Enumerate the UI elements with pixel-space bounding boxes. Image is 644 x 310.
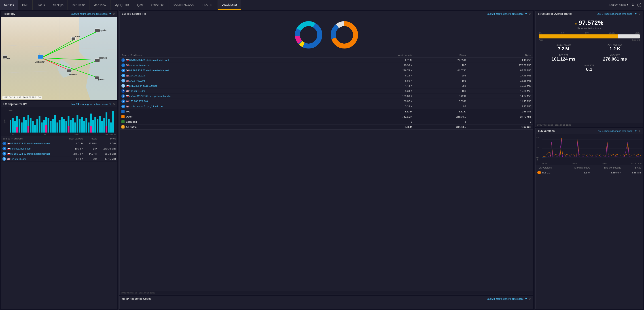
svg-rect-12 (38, 55, 43, 59)
center-col-flows: Flows (414, 53, 468, 58)
svg-rect-30 (14, 121, 16, 133)
svg-rect-62 (76, 115, 78, 133)
tls-dropdown[interactable]: ▼ (634, 130, 637, 132)
prog-label-0: 0% (539, 32, 542, 34)
col-source: Source IP address (1, 136, 63, 141)
structure-time[interactable]: Last 24 hours (generic time span) (596, 12, 633, 15)
table-row[interactable]: 4 🇺🇸 104.26.11.229 6.13 K 204 17.45 MiB (120, 73, 533, 78)
lm-top-left-time[interactable]: Last 24 hours (generic time span) (71, 103, 108, 105)
table-row[interactable]: 7 🇺🇸 104.26.10.229 5.34 K 180 15.36 MiB (120, 88, 533, 94)
http-dropdown[interactable]: ▼ (525, 298, 527, 300)
tls-row[interactable]: 1 TLS 1.2 3.5 M 3.385.6 K 3.88 GiB (536, 170, 643, 175)
http-settings[interactable]: ⚙ (528, 298, 531, 301)
lm-top-center-time[interactable]: Last 24 hours (generic time span) (487, 12, 524, 15)
help-icon[interactable]: ? (637, 3, 641, 7)
prog-poor: Poor (539, 39, 543, 41)
settings-icon[interactable]: ⚙ (632, 3, 634, 7)
http-panel: HTTP Response Codes Last 24 hours (gener… (120, 296, 533, 309)
table-row[interactable]: 10 🇺🇸 xx-fbcdn-shv-01-prg1.fbcdn.net 3.2… (120, 104, 533, 109)
table-row[interactable]: 1 🇨🇿 89-185-224-81.static.masterinter.ne… (1, 141, 117, 146)
nav-item-social-networks[interactable]: Social Networks (169, 0, 198, 10)
nav-item-inet-traffic[interactable]: Inet Traffic (68, 0, 90, 10)
table-row[interactable]: 1 🇨🇿 89-185-224-81.static.masterinter.ne… (120, 58, 533, 63)
dropdown-icon: ▼ (626, 3, 629, 6)
svg-rect-73 (99, 116, 100, 133)
lm-top-left-controls: Last 24 hours (generic time span) ▼ ⚙ (71, 103, 115, 106)
svg-rect-16 (67, 69, 71, 72)
nav-item-dns[interactable]: DNS (18, 0, 32, 10)
stat-avg-rtr: AVG RTR 0.1 (540, 64, 638, 72)
svg-rect-59 (70, 120, 72, 133)
svg-rect-74 (101, 121, 103, 133)
retransmission-value: ● 97.572% (538, 19, 641, 26)
svg-rect-43 (39, 116, 40, 133)
svg-rect-28 (10, 120, 12, 133)
svg-rect-40 (32, 121, 34, 133)
table-row[interactable]: 3 🇨🇿 89-185-224-82.static.masterinter.ne… (1, 151, 117, 156)
table-row[interactable]: 2 🇨🇿 services.invea.com 10.36 K 187 270.… (1, 146, 117, 151)
http-time[interactable]: Last 24 hours (generic time span) (487, 298, 524, 300)
stat-avg-srt-label: AVG SRT (592, 54, 638, 56)
svg-rect-66 (86, 118, 87, 133)
progress-section: 0% 90% 99% 99.9% 100% Poor Excellent (538, 32, 641, 41)
svg-rect-52 (56, 122, 58, 133)
svg-rect-13 (95, 29, 100, 32)
topology-map: ⚙ ⊞ psprobe Probe LoadMaster psdemo2 Flo… (1, 17, 117, 100)
tls-table: TLS versions Maximal bits/s Bits per sec… (536, 165, 643, 175)
time-selector[interactable]: Last 24 hours ▼ (609, 3, 629, 6)
structure-settings[interactable]: ⚙ (638, 12, 641, 15)
tls-settings[interactable]: ⚙ (638, 130, 641, 133)
lm-top-center-settings[interactable]: ⚙ (528, 12, 531, 15)
nav-item-eta/tls[interactable]: ETA/TLS (198, 0, 218, 10)
lm-top-center-timestamp: 2021-08-24 11:00 - 2021-08-25 11:00 (120, 291, 533, 295)
tls-x-4: 08-25 05:59 (631, 162, 642, 165)
table-row[interactable]: 4 🇺🇸 104.26.11.229 6.13 K 204 17.45 MiB (1, 156, 117, 162)
stat-avg-pps-value: 1.2 K (592, 46, 638, 51)
table-row[interactable]: 3 🇨🇿 89-185-224-82.static.masterinter.ne… (120, 68, 533, 73)
stat-bps: Bits per second 7.2 M (540, 44, 587, 51)
lm-top-left-dropdown[interactable]: ▼ (109, 103, 111, 105)
table-row[interactable]: 6 🇨🇿 prg03s06-in-f3.1e100.net 4.43 K 288… (120, 83, 533, 88)
svg-rect-63 (79, 119, 80, 133)
progress-bar-bg (539, 34, 640, 38)
svg-text:psdemo: psdemo (98, 78, 105, 80)
svg-rect-53 (59, 120, 60, 133)
tls-x-1: 11:59 (542, 162, 547, 165)
svg-text:psdemo2: psdemo2 (99, 57, 107, 59)
structure-controls: Last 24 hours (generic time span) ▼ ⚙ (596, 12, 641, 15)
nav-item-map-view[interactable]: Map View (90, 0, 110, 10)
structure-dropdown[interactable]: ▼ (634, 12, 637, 15)
table-row[interactable]: 9 🇺🇸 173.208.173.246 89.07 K 3.63 K 11.4… (120, 99, 533, 104)
topology-time-dropdown[interactable]: ▼ (109, 12, 111, 15)
svg-rect-35 (23, 117, 25, 133)
tls-time[interactable]: Last 24 hours (generic time span) (596, 130, 633, 132)
donut-area (120, 17, 533, 53)
svg-rect-39 (30, 118, 32, 133)
structure-title: Structure of Overall Traffic (538, 12, 572, 15)
nav-item-mysql-db[interactable]: MySQL DB (110, 0, 133, 10)
svg-rect-78 (108, 119, 110, 133)
lm-top-center-dropdown[interactable]: ▼ (525, 12, 527, 15)
topology-time-label[interactable]: Last 24 hours (generic time span) (71, 12, 108, 15)
table-row[interactable]: 2 🇨🇿 services.invea.com 10.36 K 187 270.… (120, 63, 533, 68)
table-row[interactable]: 5 🇺🇸 172.67.69.208 5.85 K 192 16.65 MiB (120, 78, 533, 83)
chart-x-label-2: 17:59 (41, 133, 46, 136)
nav-item-qos[interactable]: QoS (133, 0, 147, 10)
nav-item-status[interactable]: Status (33, 0, 49, 10)
nav-item-loadmaster[interactable]: LoadMaster (218, 0, 242, 10)
nav-item-netops[interactable]: NetOps (0, 0, 18, 10)
lm-top-center-table: Source IP address Input packets Flows By… (120, 53, 533, 130)
topology-controls: Last 24 hours (generic time span) ▼ ⚙ (71, 12, 115, 15)
stat-avg-rtr-value: 0.1 (540, 67, 638, 72)
topology-settings-icon[interactable]: ⚙ (113, 12, 115, 15)
progress-bar-fill (539, 34, 618, 38)
table-row[interactable]: 8 🇨🇿 ip-94-112-227-62.net.upcbroadband.c… (120, 94, 533, 99)
nav-item-secops[interactable]: SecOps (49, 0, 68, 10)
retrans-number: 97.572% (579, 19, 604, 26)
tls-col-bytes: Bytes (623, 165, 643, 170)
stat-bps-value: 7.2 M (540, 46, 587, 51)
nav-item-office-365[interactable]: Office 365 (147, 0, 169, 10)
lm-top-left-settings[interactable]: ⚙ (113, 103, 115, 106)
stat-avg-srt-value: 278.061 ms (592, 56, 638, 62)
svg-rect-77 (106, 126, 107, 133)
